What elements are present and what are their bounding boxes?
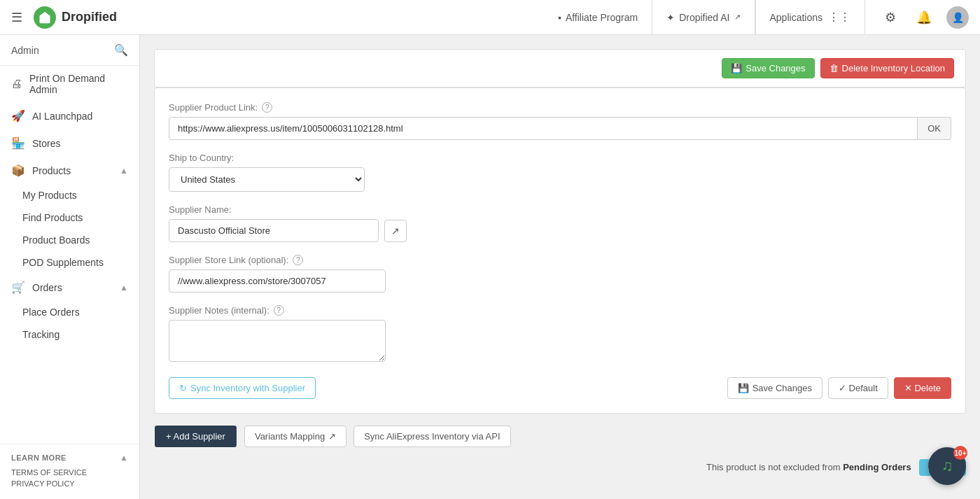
sidebar-item-tracking[interactable]: Tracking: [0, 323, 139, 346]
supplier-store-link-group: Supplier Store Link (optional): ?: [169, 255, 951, 293]
card-actions: ↻ Sync Inventory with Supplier 💾 Save Ch…: [169, 377, 951, 399]
supplier-product-link-input[interactable]: [169, 117, 918, 140]
supplier-store-link-help-icon[interactable]: ?: [293, 255, 303, 265]
sync-aliexpress-button[interactable]: Sync AliExpress Inventory via API: [354, 426, 510, 447]
sidebar-item-ai-launchpad[interactable]: 🚀 AI Launchpad: [0, 102, 139, 129]
top-navigation: ☰ Dropified ▪ Affiliate Program ✦ Dropif…: [0, 0, 980, 35]
print-icon: 🖨: [11, 78, 22, 90]
dropified-ai-nav[interactable]: ✦ Dropified AI ↗: [652, 0, 755, 35]
supplier-store-link-input[interactable]: [169, 269, 386, 293]
admin-label: Admin: [11, 45, 39, 56]
top-save-changes-label: Save Changes: [746, 63, 805, 73]
supplier-notes-help-icon[interactable]: ?: [274, 305, 284, 316]
print-on-demand-label: Print On Demand Admin: [29, 73, 128, 95]
affiliate-icon: ▪: [558, 12, 561, 23]
ai-icon: ✦: [666, 12, 675, 23]
sidebar-item-my-products[interactable]: My Products: [0, 184, 139, 206]
top-delete-inventory-label: Delete Inventory Location: [842, 63, 945, 73]
card-actions-right: 💾 Save Changes ✓ Default ✕ Delete: [727, 377, 951, 399]
bottom-actions: + Add Supplier Variants Mapping ↗ Sync A…: [154, 425, 966, 448]
add-supplier-button[interactable]: + Add Supplier: [154, 425, 237, 448]
ship-to-country-label: Ship to Country:: [169, 153, 951, 163]
tracking-label: Tracking: [22, 329, 59, 340]
applications-label: Applications: [770, 12, 823, 23]
orders-arrow-icon: ▲: [120, 283, 128, 293]
orders-icon: 🛒: [11, 281, 25, 294]
supplier-name-row: ↗: [169, 219, 951, 242]
sidebar-footer: LEARN MORE ▲ TERMS OF SERVICE PRIVACY PO…: [0, 444, 139, 499]
default-button[interactable]: ✓ Default: [828, 377, 888, 399]
sidebar-item-print-on-demand[interactable]: 🖨 Print On Demand Admin: [0, 66, 139, 102]
fab-button[interactable]: 10+ ♫: [928, 447, 966, 485]
notifications-button[interactable]: 🔔: [913, 6, 935, 29]
content-area: 💾 Save Changes 🗑 Delete Inventory Locati…: [140, 35, 980, 499]
variants-mapping-button[interactable]: Variants Mapping ↗: [244, 426, 346, 447]
logo-icon: [34, 6, 56, 29]
supplier-product-link-label: Supplier Product Link: ?: [169, 102, 951, 113]
supplier-notes-label: Supplier Notes (internal): ?: [169, 305, 951, 316]
save-icon: 💾: [738, 383, 749, 393]
sidebar-item-product-boards[interactable]: Product Boards: [0, 229, 139, 251]
grid-icon: ⋮⋮: [828, 10, 850, 24]
supplier-notes-textarea[interactable]: [169, 320, 386, 362]
pod-supplements-label: POD Supplements: [22, 257, 104, 268]
supplier-name-input[interactable]: [169, 219, 379, 242]
nav-right: ⚙ 🔔 👤: [879, 6, 969, 29]
store-icon: 🏪: [11, 136, 25, 150]
supplier-name-label: Supplier Name:: [169, 204, 951, 215]
sidebar-item-stores[interactable]: 🏪 Stores: [0, 129, 139, 157]
supplier-product-link-ok-button[interactable]: OK: [918, 117, 951, 140]
learn-more-header: LEARN MORE ▲: [11, 453, 128, 463]
find-products-label: Find Products: [22, 212, 83, 223]
supplier-name-external-link-button[interactable]: ↗: [384, 220, 407, 242]
product-boards-label: Product Boards: [22, 234, 90, 246]
dropified-ai-label: Dropified AI: [679, 12, 729, 23]
save-changes-button[interactable]: 💾 Save Changes: [727, 377, 822, 399]
privacy-policy-link[interactable]: PRIVACY POLICY: [11, 479, 128, 488]
sidebar-item-pod-supplements[interactable]: POD Supplements: [0, 251, 139, 274]
hamburger-menu-button[interactable]: ☰: [11, 10, 22, 25]
sidebar-item-products[interactable]: 📦 Products ▲: [0, 157, 139, 184]
sync-inventory-button[interactable]: ↻ Sync Inventory with Supplier: [169, 377, 316, 399]
sidebar-top: Admin 🔍: [0, 35, 139, 66]
applications-nav[interactable]: Applications ⋮⋮: [755, 0, 866, 35]
card-actions-left: ↻ Sync Inventory with Supplier: [169, 377, 316, 399]
products-icon: 📦: [11, 164, 25, 177]
settings-button[interactable]: ⚙: [879, 6, 902, 29]
supplier-product-link-help-icon[interactable]: ?: [262, 102, 272, 113]
terms-of-service-link[interactable]: TERMS OF SERVICE: [11, 468, 128, 477]
delete-icon: 🗑: [830, 63, 839, 73]
pending-orders-note: This product is not excluded from Pendin…: [154, 459, 966, 476]
sidebar: Admin 🔍 🖨 Print On Demand Admin 🚀 AI Lau…: [0, 35, 140, 499]
learn-more-label: LEARN MORE: [11, 454, 66, 462]
products-label: Products: [32, 165, 113, 176]
affiliate-program-nav[interactable]: ▪ Affiliate Program: [544, 0, 652, 35]
pending-orders-bold: Pending Orders: [843, 462, 911, 472]
save-icon: 💾: [731, 63, 742, 73]
supplier-product-link-group: Supplier Product Link: ? OK: [169, 102, 951, 140]
footer-arrow-icon: ▲: [120, 453, 128, 463]
sidebar-item-place-orders[interactable]: Place Orders: [0, 301, 139, 323]
delete-button[interactable]: ✕ Delete: [894, 377, 951, 399]
top-delete-inventory-button[interactable]: 🗑 Delete Inventory Location: [820, 58, 954, 78]
user-avatar[interactable]: 👤: [946, 6, 969, 29]
sync-icon: ↻: [179, 383, 187, 393]
supplier-product-link-input-group: OK: [169, 117, 951, 140]
top-save-changes-button[interactable]: 💾 Save Changes: [722, 58, 814, 78]
external-link-icon: ↗: [734, 13, 741, 22]
external-icon: ↗: [328, 431, 336, 442]
sidebar-item-orders[interactable]: 🛒 Orders ▲: [0, 274, 139, 301]
supplier-notes-group: Supplier Notes (internal): ?: [169, 305, 951, 365]
supplier-form-card: Supplier Product Link: ? OK Ship to Coun…: [154, 87, 966, 414]
ship-to-country-select[interactable]: United States United Kingdom Canada Aust…: [169, 167, 365, 192]
top-partial-card: 💾 Save Changes 🗑 Delete Inventory Locati…: [154, 49, 966, 87]
supplier-store-link-label: Supplier Store Link (optional): ?: [169, 255, 951, 265]
ship-to-country-group: Ship to Country: United States United Ki…: [169, 153, 951, 192]
nav-center: ▪ Affiliate Program ✦ Dropified AI ↗ App…: [544, 0, 865, 35]
search-icon[interactable]: 🔍: [114, 43, 128, 57]
rocket-icon: 🚀: [11, 109, 25, 122]
stores-label: Stores: [32, 138, 128, 149]
sidebar-item-find-products[interactable]: Find Products: [0, 206, 139, 229]
pending-note-text: This product is not excluded from: [706, 462, 840, 472]
external-link-icon: ↗: [391, 225, 400, 237]
